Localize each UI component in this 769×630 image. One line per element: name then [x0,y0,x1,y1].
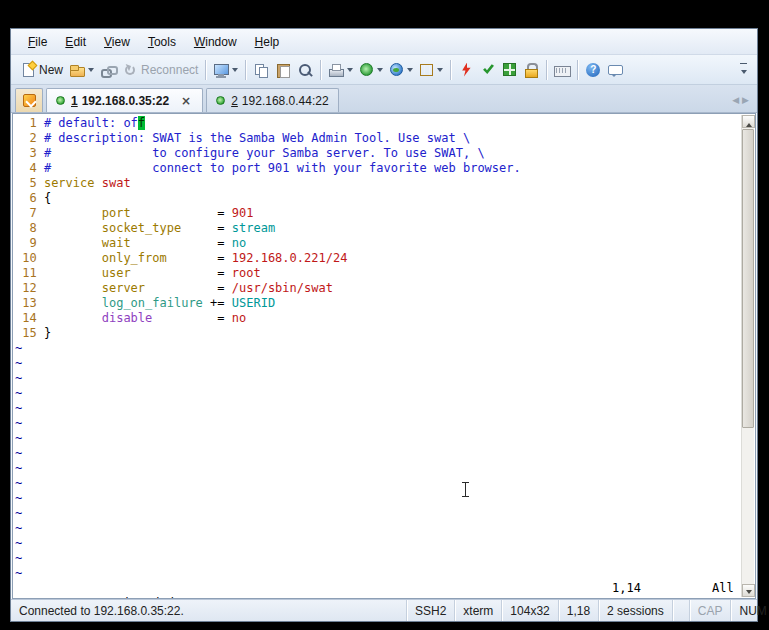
line-number: 12 [15,281,44,295]
scrollbar-thumb[interactable] [742,129,754,428]
terminal-line: 2 # description: SWAT is the Samba Web A… [15,131,755,146]
tile-grid-icon [503,63,516,76]
confirm-button[interactable] [477,60,499,80]
tab-close-button[interactable]: × [179,95,193,107]
tab-session-2[interactable]: 2192.168.0.44:22 [206,88,338,112]
vim-status-line: "/etc/xinetd.d/swat" 15L, 369C 1,14 All [15,581,755,596]
line-number: 2 [15,131,44,145]
feedback-button[interactable] [604,60,626,80]
line-number: 5 [15,176,44,190]
new-session-button[interactable]: New [17,60,66,80]
toolbar-overflow-button[interactable] [736,61,751,79]
toolbar-separator [205,60,206,80]
print-button[interactable] [325,60,356,80]
keymap-button[interactable] [416,60,446,80]
empty-line-tilde: ~ [15,551,22,565]
terminal-line: ~ [15,356,755,371]
terminal-line: ~ [15,341,755,356]
paste-icon [275,62,291,78]
terminal-line: 4 # connect to port 901 with your favori… [15,161,755,176]
scrollbar-up-button[interactable] [742,115,755,128]
vim-scroll-indicator: All [712,581,734,596]
empty-line-tilde: ~ [15,476,22,490]
search-icon [297,62,313,78]
session-view-button[interactable] [210,60,241,80]
empty-line-tilde: ~ [15,341,22,355]
empty-line-tilde: ~ [15,506,22,520]
keyboard-icon [554,62,570,78]
empty-line-tilde: ~ [15,446,22,460]
empty-line-tilde: ~ [15,416,22,430]
check-icon [481,63,495,77]
terminal-line: ~ [15,476,755,491]
menu-edit[interactable]: Edit [56,31,95,53]
session-manager-tab[interactable] [15,88,43,112]
terminal-line: 12 server = /usr/sbin/swat [15,281,755,296]
empty-line-tilde: ~ [15,521,22,535]
menu-view[interactable]: View [95,31,139,53]
terminal-scrollbar[interactable] [741,115,754,597]
terminal-line: 7 port = 901 [15,206,755,221]
menu-window[interactable]: Window [185,31,246,53]
tab-scroll-arrows: ◀▶ [732,95,752,105]
terminal-line: 14 disable = no [15,311,755,326]
vim-cursor-position: 1,14 [612,581,641,596]
web-button[interactable] [386,60,416,79]
menu-help[interactable]: Help [246,31,289,53]
connected-status-icon [56,96,65,105]
menu-file[interactable]: File [19,31,56,53]
options-button[interactable] [356,60,386,79]
help-button[interactable] [582,60,604,80]
empty-line-tilde: ~ [15,566,22,580]
terminal-line: 8 socket_type = stream [15,221,755,236]
status-num-lock: NUM [731,600,769,621]
line-number: 1 [15,116,44,130]
terminal-line: ~ [15,521,755,536]
terminal-line: 15 } [15,326,755,341]
copy-button[interactable] [250,60,272,80]
tab-session-1[interactable]: 1192.168.0.35:22 × [46,88,203,112]
terminal-line: ~ [15,566,755,581]
globe-icon [390,63,403,76]
find-button[interactable] [294,60,316,80]
new-session-icon [20,62,36,78]
reconnect-button: Reconnect [119,60,201,80]
status-terminal-size: 104x32 [502,600,558,621]
keyboard-button[interactable] [551,60,573,80]
tab-label: 2192.168.0.44:22 [231,94,328,108]
folder-icon [69,62,85,78]
link-icon [100,62,116,78]
empty-line-tilde: ~ [15,461,22,475]
terminal-line: 6 { [15,191,755,206]
scrollbar-down-button[interactable] [742,584,755,597]
menu-tools[interactable]: Tools [139,31,185,53]
paste-button[interactable] [272,60,294,80]
disconnect-button[interactable] [455,60,477,80]
terminal-line: 13 log_on_failure += USERID [15,296,755,311]
screen-letterbox: File Edit View Tools Window Help New Rec… [0,0,769,630]
chevron-down-icon [232,68,238,75]
terminal-line: 9 wait = no [15,236,755,251]
quick-connect-button[interactable] [97,60,119,80]
status-bar: Connected to 192.168.0.35:22. SSH2 xterm… [11,599,757,621]
tile-sessions-button[interactable] [499,60,520,79]
empty-line-tilde: ~ [15,491,22,505]
new-session-label: New [39,63,63,77]
lock-icon [523,62,539,78]
chevron-down-icon [741,70,747,77]
terminal-screen[interactable]: 1 # default: off 2 # description: SWAT i… [13,114,755,581]
connect-button[interactable] [66,60,97,80]
toolbar-separator [577,60,578,80]
terminal-area[interactable]: 1 # default: off 2 # description: SWAT i… [12,113,756,599]
toolbar-separator [245,60,246,80]
monitor-icon [213,62,229,78]
chevron-down-icon [437,68,443,75]
toolbar-separator [546,60,547,80]
terminal-line: ~ [15,536,755,551]
vim-cursor: f [138,116,145,130]
status-emulation: xterm [455,600,502,621]
status-protocol: SSH2 [407,600,455,621]
terminal-line: 11 user = root [15,266,755,281]
line-number: 6 [15,191,44,205]
security-button[interactable] [520,60,542,80]
